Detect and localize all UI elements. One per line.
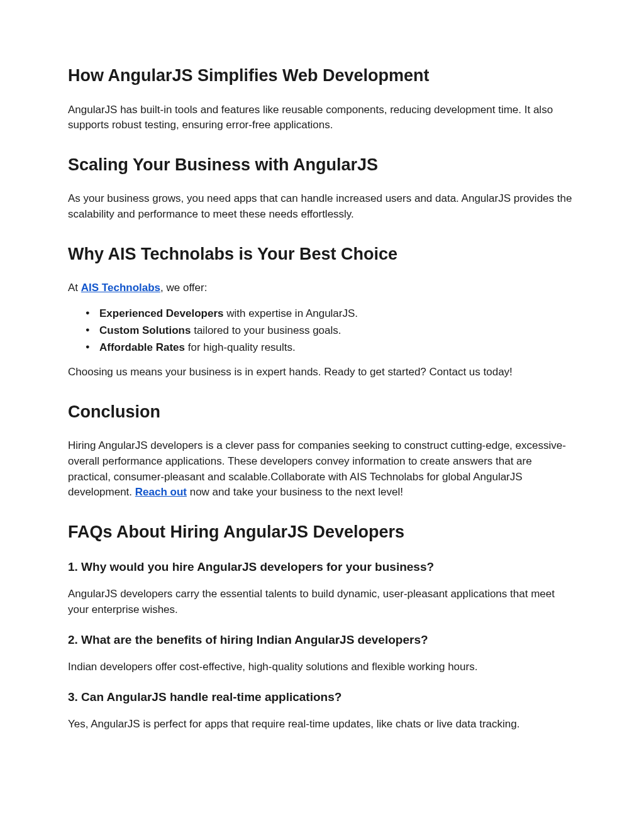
bullet-strong: Affordable Rates [99,341,185,353]
bullet-list: Experienced Developers with expertise in… [68,305,576,356]
paragraph-conclusion: Hiring AngularJS developers is a clever … [68,438,576,500]
text-suffix: , we offer: [160,282,207,294]
section-heading-scaling: Scaling Your Business with AngularJS [68,152,576,178]
faq-answer: AngularJS developers carry the essential… [68,587,576,617]
bullet-strong: Experienced Developers [99,307,223,319]
bullet-rest: with expertise in AngularJS. [223,307,358,319]
faq-answer: Indian developers offer cost-effective, … [68,659,576,675]
link-ais-technolabs[interactable]: AIS Technolabs [81,282,160,294]
link-reach-out[interactable]: Reach out [135,486,187,498]
section-heading-conclusion: Conclusion [68,399,576,425]
faq-question: 1. Why would you hire AngularJS develope… [68,558,576,576]
section-heading-faqs: FAQs About Hiring AngularJS Developers [68,519,576,545]
list-item: Affordable Rates for high-quality result… [99,339,576,356]
faq-question: 3. Can AngularJS handle real-time applic… [68,688,576,707]
text-suffix: now and take your business to the next l… [187,486,403,498]
list-item: Custom Solutions tailored to your busine… [99,322,576,339]
text-prefix: At [68,282,81,294]
bullet-rest: for high-quality results. [185,341,296,353]
section-heading-simplifies: How AngularJS Simplifies Web Development [68,63,576,89]
faq-answer: Yes, AngularJS is perfect for apps that … [68,717,576,732]
paragraph: As your business grows, you need apps th… [68,191,576,222]
bullet-strong: Custom Solutions [99,324,191,336]
paragraph-intro: At AIS Technolabs, we offer: [68,280,576,296]
bullet-rest: tailored to your business goals. [191,324,341,336]
faq-question: 2. What are the benefits of hiring India… [68,631,576,649]
list-item: Experienced Developers with expertise in… [99,305,576,322]
section-heading-why-ais: Why AIS Technolabs is Your Best Choice [68,241,576,267]
paragraph: AngularJS has built-in tools and feature… [68,102,576,133]
paragraph-closing: Choosing us means your business is in ex… [68,365,576,380]
